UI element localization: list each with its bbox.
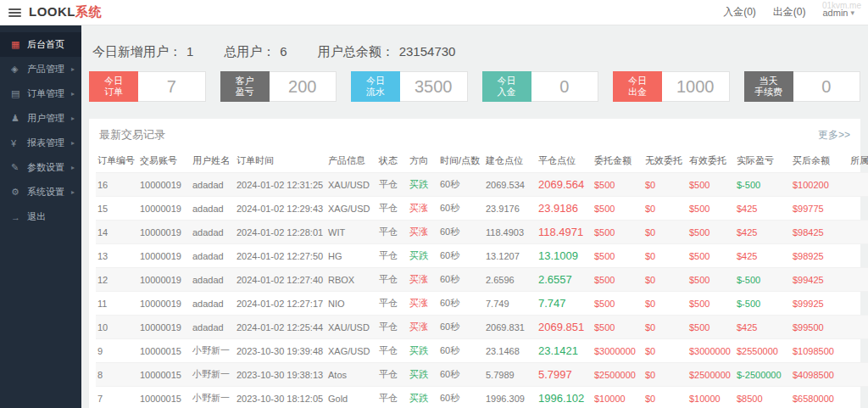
cell-account: 10000019 xyxy=(138,316,191,339)
cell-duration: 60秒 xyxy=(438,244,484,268)
cell-agent xyxy=(849,197,868,221)
cell-balance: $4098500 xyxy=(791,363,849,387)
new-users-value: 1 xyxy=(186,44,193,59)
sidebar-item-label: 订单管理 xyxy=(27,87,64,100)
brand-logo: LOOKL系统 xyxy=(29,4,102,20)
menu-toggle-icon[interactable] xyxy=(8,7,21,19)
cell-open: 23.1468 xyxy=(484,339,537,363)
cell-amount: $10000 xyxy=(593,387,643,408)
column-header: 时间/点数 xyxy=(438,149,484,173)
cell-agent xyxy=(849,292,868,316)
sidebar-item-products[interactable]: ◈产品管理▸ xyxy=(0,57,81,81)
sidebar: ▦后台首页◈产品管理▸▤订单管理▸♟用户管理▸¥报表管理▸✎参数设置▸⚙系统设置… xyxy=(0,25,81,408)
deposit-link[interactable]: 入金(0) xyxy=(723,5,756,20)
cell-account: 10000019 xyxy=(138,292,191,316)
cell-time: 2023-10-30 18:12:05 xyxy=(235,387,326,408)
cell-amount: $3000000 xyxy=(593,339,643,363)
cell-close: 5.7997 xyxy=(537,363,593,387)
sidebar-item-orders[interactable]: ▤订单管理▸ xyxy=(0,81,81,106)
cell-time: 2024-01-02 12:25:44 xyxy=(235,316,326,339)
cell-direction: 买跌 xyxy=(408,173,438,197)
sidebar-item-system[interactable]: ⚙系统设置▸ xyxy=(0,180,81,204)
stat-card-label: 今日入金 xyxy=(482,71,531,102)
cell-time: 2024-01-02 12:29:43 xyxy=(235,197,326,221)
top-bar: LOOKL系统 入金(0) 出金(0) admin▾ xyxy=(0,0,868,25)
cell-balance: $98925 xyxy=(791,244,849,268)
cell-open: 1996.309 xyxy=(484,387,537,408)
cell-valid: $500 xyxy=(687,268,735,292)
stat-card-value: 200 xyxy=(270,71,337,102)
cell-id: 14 xyxy=(96,221,138,244)
cell-valid: $500 xyxy=(687,292,735,316)
cell-status: 平仓 xyxy=(377,221,408,244)
cell-invalid: $0 xyxy=(643,197,687,221)
cell-amount: $500 xyxy=(593,268,643,292)
stat-card-value: 0 xyxy=(531,71,599,102)
cell-name: 小野新一 xyxy=(191,339,235,363)
cell-status: 平仓 xyxy=(377,363,408,387)
watermark: 01kvm.me xyxy=(822,1,861,10)
sidebar-item-params[interactable]: ✎参数设置▸ xyxy=(0,155,81,180)
sidebar-item-label: 用户管理 xyxy=(27,112,64,125)
cell-id: 8 xyxy=(96,363,138,387)
cell-name: adadad xyxy=(191,316,235,339)
column-header: 订单编号 xyxy=(96,149,138,173)
sidebar-item-reports[interactable]: ¥报表管理▸ xyxy=(0,131,81,155)
cell-valid: $500 xyxy=(687,197,735,221)
stat-card: 今日订单7 xyxy=(89,71,206,102)
cell-direction: 买跌 xyxy=(408,363,438,387)
sidebar-item-home[interactable]: ▦后台首页 xyxy=(0,32,81,57)
cell-valid: $500 xyxy=(687,316,735,339)
cell-invalid: $0 xyxy=(643,387,687,408)
cell-close: 2.6557 xyxy=(537,268,593,292)
cell-invalid: $0 xyxy=(643,316,687,339)
sidebar-item-label: 参数设置 xyxy=(27,161,64,174)
trades-table: 订单编号交易账号用户姓名订单时间产品信息状态方向时间/点数建仓点位平仓点位委托金… xyxy=(96,149,868,408)
sidebar-item-users[interactable]: ♟用户管理▸ xyxy=(0,106,81,131)
stat-card: 今日流水3500 xyxy=(351,71,468,102)
withdraw-link[interactable]: 出金(0) xyxy=(773,5,806,20)
cell-status: 平仓 xyxy=(377,268,408,292)
cell-agent xyxy=(849,244,868,268)
cell-close: 1996.102 xyxy=(537,387,593,408)
cell-open: 118.4903 xyxy=(484,221,537,244)
cell-name: 小野新一 xyxy=(191,363,235,387)
cell-name: adadad xyxy=(191,268,235,292)
chevron-right-icon: ▸ xyxy=(71,139,75,147)
sidebar-item-label: 后台首页 xyxy=(27,38,64,51)
cell-account: 10000015 xyxy=(138,363,191,387)
cell-valid: $500 xyxy=(687,173,735,197)
cell-profit: $8500 xyxy=(735,387,791,408)
cell-invalid: $0 xyxy=(643,339,687,363)
cell-direction: 买涨 xyxy=(408,197,438,221)
cell-balance: $1098500 xyxy=(791,339,849,363)
more-link[interactable]: 更多>> xyxy=(818,128,850,143)
new-users-label: 今日新增用户： xyxy=(92,44,181,60)
cell-close: 13.1009 xyxy=(537,244,593,268)
total-balance-label: 用户总余额： xyxy=(318,44,394,60)
cell-open: 2.6596 xyxy=(484,268,537,292)
cell-name: adadad xyxy=(191,292,235,316)
sidebar-item-logout[interactable]: →退出 xyxy=(0,204,81,229)
cell-amount: $500 xyxy=(593,244,643,268)
chevron-right-icon: ▸ xyxy=(71,90,75,98)
cell-amount: $2500000 xyxy=(593,363,643,387)
cell-profit: $425 xyxy=(735,221,791,244)
cell-balance: $98425 xyxy=(791,221,849,244)
cell-open: 13.1207 xyxy=(484,244,537,268)
cell-duration: 60秒 xyxy=(438,363,484,387)
cell-balance: $99925 xyxy=(791,292,849,316)
cell-status: 平仓 xyxy=(377,173,408,197)
cell-profit: $-2500000 xyxy=(735,363,791,387)
sidebar-item-label: 退出 xyxy=(27,210,46,223)
table-row: 1110000019adadad2024-01-02 12:27:17NIO平仓… xyxy=(96,292,868,316)
cell-time: 2024-01-02 12:31:25 xyxy=(235,173,326,197)
cell-product: XAG/USD xyxy=(326,339,377,363)
summary-row: 今日新增用户：1 总用户：6 用户总余额：23154730 xyxy=(89,44,860,60)
stat-card-value: 1000 xyxy=(662,71,730,102)
column-header: 状态 xyxy=(377,149,408,173)
cell-duration: 60秒 xyxy=(438,221,484,244)
chevron-right-icon: ▸ xyxy=(71,65,75,73)
cell-profit: $2550000 xyxy=(735,339,791,363)
column-header: 委托金额 xyxy=(593,149,643,173)
